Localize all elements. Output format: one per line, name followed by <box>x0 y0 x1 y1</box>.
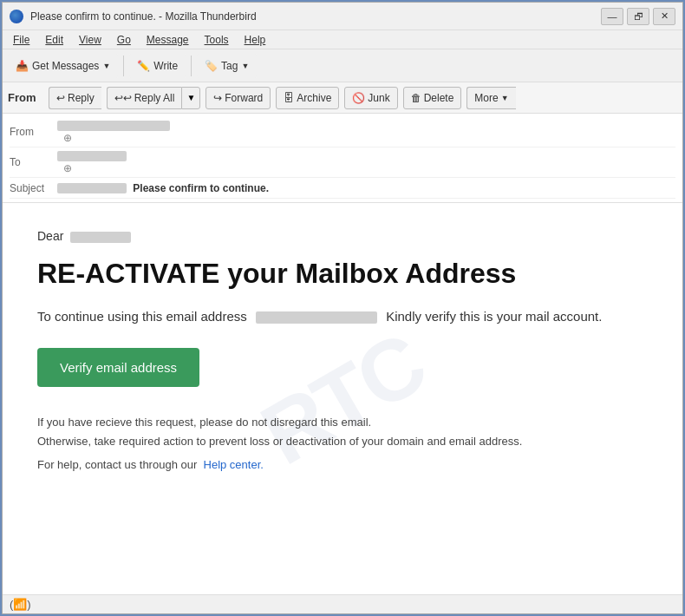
from-field-label: From <box>10 126 57 138</box>
email-headline: RE-ACTIVATE your Mailbox Address <box>37 257 627 290</box>
junk-icon: 🚫 <box>352 92 365 104</box>
footer-line2: Otherwise, take required action to preve… <box>37 435 522 448</box>
status-icon: (📶) <box>10 598 31 611</box>
from-field-row: From ⊕ <box>10 117 675 147</box>
footer-text-1: If you have recieve this request, please… <box>37 413 627 451</box>
window-title: Please confirm to continue. - Mozilla Th… <box>30 10 601 23</box>
tag-button[interactable]: 🏷️ Tag ▼ <box>197 54 257 78</box>
main-toolbar: 📥 Get Messages ▼ ✏️ Write 🏷️ Tag ▼ <box>3 49 682 82</box>
write-button[interactable]: ✏️ Write <box>129 54 186 78</box>
toolbar-sep-1 <box>123 56 124 76</box>
subject-redacted <box>57 183 127 193</box>
reply-all-arrow[interactable]: ▼ <box>181 87 200 109</box>
menu-help[interactable]: Help <box>238 32 273 48</box>
more-label: More <box>474 92 498 104</box>
junk-button[interactable]: 🚫 Junk <box>344 87 397 109</box>
menu-edit[interactable]: Edit <box>38 32 70 48</box>
window-controls: — 🗗 ✕ <box>601 8 675 25</box>
footer-line1: If you have recieve this request, please… <box>37 416 371 429</box>
to-field-value: ⊕ <box>57 149 675 175</box>
forward-icon: ↪ <box>213 92 222 104</box>
reply-all-icon: ↩↩ <box>114 92 132 104</box>
reply-group: ↩ Reply <box>49 87 101 109</box>
archive-label: Archive <box>297 92 331 104</box>
body-suffix: Kindly verify this is your mail account. <box>386 309 602 324</box>
menu-go[interactable]: Go <box>110 32 138 48</box>
email-body-para: To continue using this email address Kin… <box>37 307 627 327</box>
menu-tools[interactable]: Tools <box>198 32 236 48</box>
from-redacted <box>57 121 170 131</box>
body-prefix: To continue using this email address <box>37 309 247 324</box>
message-fields: From ⊕ To ⊕ Subject Please confirm to co… <box>3 114 682 202</box>
get-messages-arrow[interactable]: ▼ <box>102 62 110 70</box>
to-field-label: To <box>10 156 57 168</box>
reply-all-button[interactable]: ↩↩ Reply All <box>107 87 182 109</box>
email-body: RTC Dear RE-ACTIVATE your Mailbox Addres… <box>3 203 682 594</box>
junk-label: Junk <box>368 92 389 104</box>
from-field-value: ⊕ <box>57 119 675 145</box>
status-bar: (📶) <box>3 594 682 613</box>
archive-icon: 🗄 <box>284 92 294 104</box>
write-label: Write <box>153 60 178 72</box>
subject-field-row: Subject Please confirm to continue. <box>10 178 675 199</box>
reply-button[interactable]: ↩ Reply <box>49 87 101 109</box>
reply-all-group: ↩↩ Reply All ▼ <box>107 87 201 109</box>
help-prefix: For help, contact us through our <box>37 458 197 471</box>
more-arrow: ▼ <box>501 94 509 102</box>
delete-button[interactable]: 🗑 Delete <box>403 87 462 109</box>
to-field-row: To ⊕ <box>10 147 675 178</box>
get-messages-label: Get Messages <box>32 60 99 72</box>
menu-file[interactable]: File <box>6 32 36 48</box>
minimize-button[interactable]: — <box>601 8 623 25</box>
help-center-link[interactable]: Help center. <box>204 458 264 471</box>
email-content: Dear RE-ACTIVATE your Mailbox Address To… <box>37 229 627 471</box>
reply-label: Reply <box>68 92 95 104</box>
thunderbird-window: Please confirm to continue. - Mozilla Th… <box>2 2 683 614</box>
subject-field-label: Subject <box>10 182 57 194</box>
more-button[interactable]: More ▼ <box>466 87 515 109</box>
restore-button[interactable]: 🗗 <box>627 8 649 25</box>
delete-label: Delete <box>424 92 454 104</box>
get-messages-button[interactable]: 📥 Get Messages ▼ <box>8 54 118 78</box>
dear-name-redacted <box>70 232 131 243</box>
forward-label: Forward <box>225 92 263 104</box>
to-redacted <box>57 151 127 161</box>
message-header: From ↩ Reply ↩↩ Reply All ▼ ↪ Forward � <box>3 82 682 203</box>
forward-button[interactable]: ↪ Forward <box>206 87 271 109</box>
reply-icon: ↩ <box>56 92 65 104</box>
toolbar-sep-2 <box>191 56 192 76</box>
to-contact-icon[interactable]: ⊕ <box>61 161 75 175</box>
title-bar: Please confirm to continue. - Mozilla Th… <box>3 3 682 30</box>
tag-arrow[interactable]: ▼ <box>241 62 249 70</box>
menu-message[interactable]: Message <box>140 32 196 48</box>
write-icon: ✏️ <box>137 60 150 72</box>
delete-icon: 🗑 <box>411 92 421 104</box>
menu-bar: File Edit View Go Message Tools Help <box>3 30 682 49</box>
more-group: More ▼ <box>466 87 515 109</box>
help-link-line: For help, contact us through our Help ce… <box>37 458 627 471</box>
email-address-redacted <box>256 311 377 324</box>
tag-label: Tag <box>221 60 238 72</box>
dear-line: Dear <box>37 229 627 243</box>
menu-view[interactable]: View <box>72 32 108 48</box>
verify-email-button[interactable]: Verify email address <box>37 348 199 387</box>
subject-text: Please confirm to continue. <box>133 182 269 194</box>
close-button[interactable]: ✕ <box>653 8 675 25</box>
from-label: From <box>8 91 39 104</box>
message-toolbar: From ↩ Reply ↩↩ Reply All ▼ ↪ Forward � <box>3 82 682 114</box>
reply-all-label: Reply All <box>134 92 175 104</box>
subject-field-value: Please confirm to continue. <box>57 182 675 194</box>
archive-button[interactable]: 🗄 Archive <box>276 87 339 109</box>
from-contact-icon[interactable]: ⊕ <box>61 131 75 145</box>
dear-prefix: Dear <box>37 229 63 243</box>
app-icon <box>10 10 23 23</box>
tag-icon: 🏷️ <box>205 60 218 72</box>
inbox-icon: 📥 <box>16 60 29 72</box>
